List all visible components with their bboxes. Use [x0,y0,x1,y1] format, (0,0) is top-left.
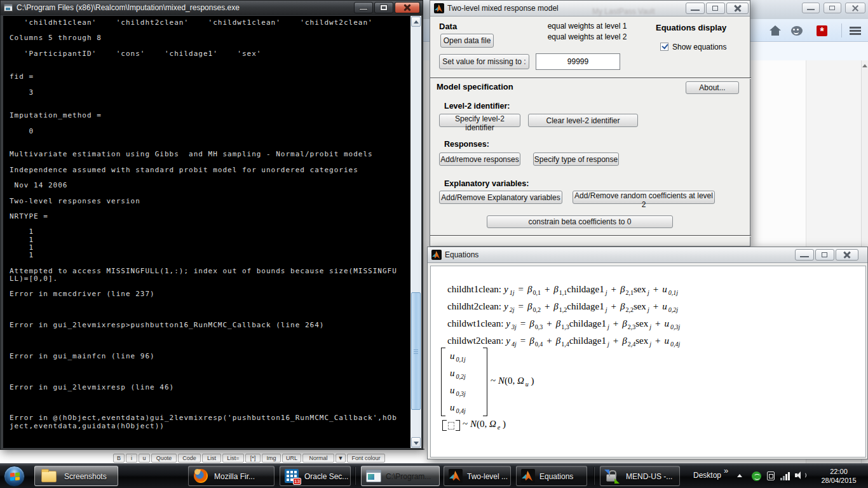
clear-level2-button[interactable]: Clear level-2 identifier [528,114,638,127]
model-window-title: Two-level mixed response model [447,1,559,17]
browser-restore-button[interactable] [824,3,841,13]
ghost-tab-text: My LastPass Vault [592,4,654,20]
taskbar-item-console[interactable]: C:\Program... [361,466,440,486]
editor-style-select[interactable]: Normal [302,454,334,463]
open-data-file-button[interactable]: Open data file [440,34,494,48]
taskbar-item-equations[interactable]: Equations [516,466,587,486]
e-distribution: ~ N(0, Ωe ) [463,419,506,430]
console-window: C:\Program Files (x86)\Realcom\Imputatio… [0,0,423,450]
model-window-titlebar[interactable]: Two-level mixed response model My LastPa… [430,1,750,17]
console-titlebar[interactable]: C:\Program Files (x86)\Realcom\Imputatio… [1,1,423,15]
show-equations-checkbox[interactable] [660,43,668,51]
firefox-icon [194,469,208,483]
browser-minimize-button[interactable] [802,3,820,13]
taskbar-clock[interactable]: 22:00 28/04/2015 [812,467,865,485]
model-close-button[interactable] [726,3,749,14]
taskbar-item-two-level[interactable]: Two-level ... [444,466,511,486]
scroll-down-button[interactable] [411,437,421,447]
taskbar-item-label: Oracle Sec... [304,472,348,481]
model-restore-button[interactable] [706,3,725,14]
matlab-icon [431,250,442,260]
about-button[interactable]: About... [686,81,739,94]
editor-style-dropdown-icon[interactable]: ▼ [336,454,346,463]
scroll-up-icon[interactable] [862,64,867,67]
matlab-icon [434,3,444,13]
residual-bracket-left [442,420,447,431]
chat-bubble-icon[interactable] [791,26,803,36]
editor-listitem-button[interactable]: [*] [245,454,261,463]
notification-badge: 13 [293,478,301,485]
taskbar-item-screenshots[interactable]: Screenshots [34,466,118,486]
explanatory-variables-heading: Explanatory variables: [444,179,529,188]
matlab-icon [449,469,463,483]
equation-row: childwt1clean:y3j=β0,3+β1,3childage1j+β2… [447,318,680,329]
chevron-expand-icon[interactable]: » [724,466,728,475]
add-remove-random-coeff-button[interactable]: Add/Remove random coefficients at level … [573,191,715,204]
desktop-toolbar[interactable]: Desktop [693,471,721,480]
editor-fontcolour-button[interactable]: Font colour [347,454,385,463]
weights-level1-text: equal weights at level 1 [546,22,628,30]
equations-restore-button[interactable] [815,249,834,261]
windows-logo-icon [10,472,20,480]
editor-img-button[interactable]: Img [262,454,281,463]
taskbar-divider [355,467,356,485]
model-minimize-button[interactable] [686,3,705,14]
editor-url-button[interactable]: URL [282,454,301,463]
tray-network-icon[interactable] [780,471,790,480]
editor-code-button[interactable]: Code [178,454,201,463]
editor-listeq-button[interactable]: List= [222,454,244,463]
model-window: Two-level mixed response model My LastPa… [430,0,750,247]
editor-quote-button[interactable]: Quote [151,454,177,463]
taskbar-divider [593,467,595,485]
equations-minimize-button[interactable] [795,249,814,261]
taskbar-item-firefox[interactable]: Mozilla Fir... [188,466,275,486]
add-remove-responses-button[interactable]: Add/remove responses [439,152,520,166]
equations-close-button[interactable] [836,249,858,261]
taskbar-item-mend-us[interactable]: MEND-US -... [600,466,680,486]
data-section-heading: Data [439,22,457,31]
home-icon[interactable] [770,25,781,36]
taskbar: Screenshots Mozilla Fir... 13 Oracle Sec… [0,463,868,488]
u-vector-row: u0,4j [450,402,466,413]
console-close-button[interactable] [395,2,420,13]
equation-row: childwt2clean:y4j=β0,4+β1,4childage1j+β2… [447,336,680,346]
sync-arrow-icon [604,470,609,475]
editor-underline-button[interactable]: u [139,454,150,463]
console-scrollbar[interactable] [410,16,421,448]
hamburger-menu-icon[interactable] [850,27,861,35]
matrix-bracket-right [483,348,487,416]
level2-identifier-heading: Level-2 identifier: [444,102,510,111]
taskbar-item-oracle[interactable]: 13 Oracle Sec... [280,466,351,486]
show-hidden-icons-button[interactable] [737,474,742,477]
u-vector-row: u0,3j [450,385,466,396]
oracle-icon: 13 [285,469,299,483]
lastpass-icon[interactable]: * [817,25,827,36]
editor-bold-button[interactable]: B [113,454,125,463]
console-restore-button[interactable] [374,2,393,13]
editor-list-button[interactable]: List [202,454,221,463]
scrollbar-thumb[interactable] [411,292,421,410]
responses-heading: Responses: [444,140,489,149]
equations-window-titlebar[interactable]: Equations [428,247,867,263]
console-window-icon [4,4,13,11]
specify-response-type-button[interactable]: Specify type of response [533,152,619,166]
section-divider [430,78,751,79]
editor-italic-button[interactable]: i [126,454,137,463]
browser-close-button[interactable] [845,3,865,13]
equations-canvas: childht1clean:y1j=β0,1+β1,1childage1j+β2… [430,266,866,458]
set-missing-value-button[interactable]: Set value for missing to : [439,54,529,69]
equation-row: childht2clean:y2j=β0,2+β1,2childage1j+β2… [447,301,678,312]
section-divider [430,235,751,236]
specify-level2-button[interactable]: Specify level-2 identifier [439,114,520,127]
taskbar-item-label: Two-level ... [467,472,508,481]
scroll-up-button[interactable] [411,17,421,27]
console-minimize-button[interactable] [354,2,373,13]
equations-display-heading: Equations display [656,23,726,32]
tray-remove-hardware-icon[interactable] [767,471,775,480]
start-button[interactable] [4,466,25,487]
model-spec-heading: Model specification [437,82,513,92]
missing-value-field[interactable] [536,53,620,70]
constrain-beta-button[interactable]: constrain beta coefficients to 0 [487,215,673,228]
tray-sync-icon[interactable] [752,471,761,481]
add-remove-explanatory-button[interactable]: Add/Remove Explanatory variables [439,191,562,204]
